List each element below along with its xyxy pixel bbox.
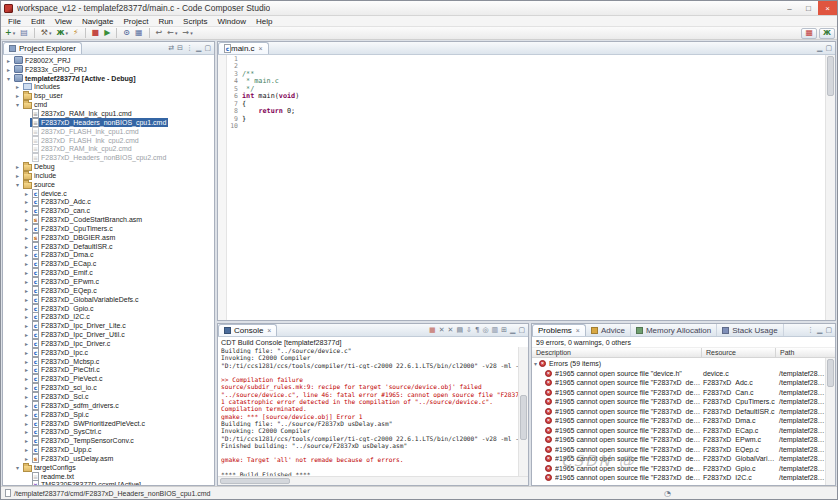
expand-arrow-icon[interactable]: ▸ [14, 172, 21, 179]
tree-entry[interactable]: Debug [21, 162, 57, 171]
expand-arrow-icon[interactable]: ▸ [14, 83, 21, 90]
editor-scrollbar[interactable] [825, 55, 835, 320]
expand-arrow-icon[interactable]: ▸ [23, 375, 30, 382]
problem-row[interactable]: ×#1965 cannot open source file "F2837xD_… [532, 464, 825, 474]
expand-arrow-icon[interactable]: ▸ [23, 305, 30, 312]
tree-entry[interactable]: F2837xD_PieVect.c [30, 374, 104, 383]
tree-item[interactable]: ▸F2837xD_Adc.c [3, 198, 214, 207]
tree-entry[interactable]: F2837xD_usDelay.asm [30, 454, 115, 463]
tree-item[interactable]: ▸F28002X_PRJ [3, 56, 214, 65]
code-line[interactable]: 6int main(void) [227, 93, 825, 100]
menu-project[interactable]: Project [118, 17, 153, 26]
tree-entry[interactable]: include [21, 171, 58, 180]
minimize-view-icon[interactable]: ▁ [817, 45, 822, 52]
tree-entry[interactable]: F2837xD_can.c [30, 206, 92, 215]
tab-console[interactable]: Console× [218, 324, 277, 336]
tree-item[interactable]: ▸F2837xD_Mcbsp.c [3, 357, 214, 366]
tree-entry[interactable]: TMS320F28377D.ccxml [Active] [30, 481, 143, 486]
code-area[interactable]: 123/**4 * main.c5 */6int main(void)7{8 r… [227, 55, 825, 320]
column-header-resource[interactable]: Resource [702, 348, 776, 357]
tree-entry[interactable]: F2837xD_EQep.c [30, 286, 99, 295]
console-scrollbar[interactable] [518, 347, 528, 476]
scrollbar-thumb[interactable] [827, 56, 834, 96]
expand-arrow-icon[interactable]: ▸ [23, 428, 30, 435]
dropdown-arrow-icon[interactable]: ▾ [49, 30, 52, 36]
tree-item[interactable]: ▸F2837xD_SysCtrl.c [3, 427, 214, 436]
tree-entry[interactable]: F2837xD_PieCtrl.c [30, 366, 102, 375]
expand-arrow-icon[interactable]: ▾ [14, 101, 21, 108]
problems-group-row[interactable]: ▾×Errors (59 items) [532, 359, 825, 369]
tree-entry[interactable]: F2837xD_CodeStartBranch.asm [30, 215, 144, 224]
expand-arrow-icon[interactable]: ▸ [5, 57, 12, 64]
tab-main-c[interactable]: main.c× [218, 42, 269, 54]
minimize-button[interactable]: – [780, 1, 799, 15]
tree-item[interactable]: ▸F2837xD_Sci.c [3, 392, 214, 401]
tree-item[interactable]: ▸F2837xD_sdfm_drivers.c [3, 401, 214, 410]
expand-arrow-icon[interactable]: ▾ [14, 464, 21, 471]
console-output[interactable]: Building file: "../source/device.c"Invok… [218, 347, 518, 476]
ccs-edit-perspective-button[interactable]: ▦ [801, 28, 817, 39]
tree-item[interactable]: ▸F2837xD_usDelay.asm [3, 454, 214, 463]
last-edit-button[interactable]: ↩ [154, 27, 165, 39]
expand-arrow-icon[interactable]: ▸ [23, 260, 30, 267]
tree-item[interactable]: ▸F2837xD_Ipc.c [3, 348, 214, 357]
column-header-description[interactable]: Description [532, 348, 702, 357]
problem-row[interactable]: ×#1965 cannot open source file "F2837xD_… [532, 454, 825, 464]
remove-launch-icon[interactable]: ✕ [439, 327, 445, 334]
expand-arrow-icon[interactable]: ▸ [23, 234, 30, 241]
code-line[interactable]: 1 [227, 56, 825, 63]
tree-item[interactable]: ▸include [3, 171, 214, 180]
tree-entry[interactable]: F2837xD_Ipc_Driver_Util.c [30, 330, 127, 339]
expand-arrow-icon[interactable]: ▸ [14, 92, 21, 99]
minimize-view-icon[interactable]: ▁ [510, 327, 515, 334]
problem-row[interactable]: ×#1965 cannot open source file "F2837xD_… [532, 426, 825, 436]
tree-entry[interactable]: F2837xD_ECap.c [30, 259, 98, 268]
tab-memory-allocation[interactable]: Memory Allocation [631, 324, 717, 336]
minimize-view-icon[interactable]: ▁ [196, 45, 201, 52]
resume-button[interactable]: ▶ [102, 27, 112, 39]
debug-button[interactable]: ж▾ [54, 27, 69, 39]
code-line[interactable]: 8 return 0; [227, 108, 825, 115]
tree-item[interactable]: ▸F2837xD_DefaultISR.c [3, 242, 214, 251]
tree-entry[interactable]: F2837xD_Ipc_Driver.c [30, 339, 112, 348]
expand-arrow-icon[interactable]: ▸ [23, 455, 30, 462]
tree-item[interactable]: 2837xD_RAM_lnk_cpu2.cmd [3, 144, 214, 153]
view-menu-icon[interactable]: ⋮ [807, 327, 814, 334]
dropdown-arrow-icon[interactable]: ▾ [175, 30, 178, 36]
tree-item[interactable]: 2837xD_FLASH_lnk_cpu1.cmd [3, 127, 214, 136]
tree-item[interactable]: ▸F2837xD_Ipc_Driver_Util.c [3, 330, 214, 339]
dropdown-arrow-icon[interactable]: ▾ [65, 30, 68, 36]
expand-arrow-icon[interactable]: ▸ [23, 322, 30, 329]
expand-arrow-icon[interactable]: ▸ [23, 411, 30, 418]
open-element-button[interactable]: ▦ [133, 27, 145, 39]
maximize-button[interactable]: □ [799, 1, 818, 15]
tree-item[interactable]: ▸F2837xD_PieVect.c [3, 374, 214, 383]
tree-entry[interactable]: device.c [30, 189, 69, 198]
tree-entry[interactable]: F2837xD_DefaultISR.c [30, 242, 115, 251]
menu-scripts[interactable]: Scripts [178, 17, 212, 26]
tree-item[interactable]: ▾templatef28377d [Active - Debug] [3, 74, 214, 83]
menu-help[interactable]: Help [251, 17, 277, 26]
expand-arrow-icon[interactable]: ▾ [5, 75, 12, 82]
expand-arrow-icon[interactable]: ▸ [23, 384, 30, 391]
word-wrap-icon[interactable]: ¶ [475, 327, 479, 334]
problem-row[interactable]: ×#1965 cannot open source file "F2837xD_… [532, 397, 825, 407]
display-console-icon[interactable]: ▥ [491, 327, 498, 334]
tree-item[interactable]: ▸F2837xD_GlobalVariableDefs.c [3, 295, 214, 304]
scrollbar-thumb[interactable] [827, 359, 834, 387]
maximize-view-icon[interactable]: ▢ [518, 327, 525, 334]
tree-entry[interactable]: F2837xD_Headers_nonBIOS_cpu2.cmd [30, 153, 168, 162]
expand-arrow-icon[interactable]: ▾ [532, 360, 539, 367]
maximize-view-icon[interactable]: ▢ [825, 45, 832, 52]
menu-navigate[interactable]: Navigate [77, 17, 119, 26]
tree-item[interactable]: ▸Debug [3, 162, 214, 171]
tree-entry[interactable]: targetConfigs [21, 463, 78, 472]
expand-arrow-icon[interactable]: ▸ [14, 163, 21, 170]
tree-entry[interactable]: F2837xD_EPwm.c [30, 277, 101, 286]
code-line[interactable]: 10 [227, 123, 825, 130]
expand-arrow-icon[interactable]: ▸ [23, 393, 30, 400]
build-button[interactable]: ⚒▾ [39, 27, 54, 39]
expand-arrow-icon[interactable]: ▸ [23, 251, 30, 258]
tree-entry[interactable]: F28002X_PRJ [12, 56, 73, 65]
menu-run[interactable]: Run [153, 17, 178, 26]
